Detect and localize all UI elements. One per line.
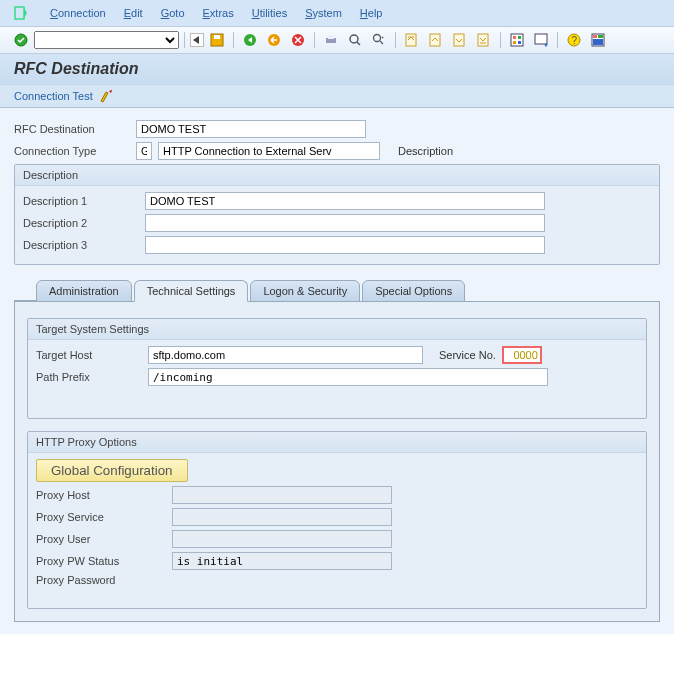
svg-text:+: + — [381, 34, 385, 40]
shortcut-icon[interactable] — [531, 31, 551, 49]
test-icon[interactable] — [99, 89, 115, 103]
svg-rect-23 — [513, 41, 516, 44]
svg-rect-24 — [518, 41, 521, 44]
svg-rect-22 — [518, 36, 521, 39]
save-icon[interactable] — [207, 31, 227, 49]
desc2-label: Description 2 — [23, 217, 139, 229]
conn-type-text-input[interactable] — [158, 142, 380, 160]
svg-rect-0 — [15, 7, 24, 19]
target-system-box: Target System Settings Target Host Servi… — [27, 318, 647, 419]
svg-rect-25 — [535, 34, 547, 44]
svg-rect-3 — [214, 35, 220, 39]
menu-edit[interactable]: Edit — [124, 7, 143, 19]
proxy-user-label: Proxy User — [36, 533, 166, 545]
menu-help[interactable]: Help — [360, 7, 383, 19]
description-box-title: Description — [15, 165, 659, 186]
svg-rect-20 — [511, 34, 523, 46]
prev-page-icon[interactable] — [426, 31, 446, 49]
menubar: Connection Edit Goto Extras Utilities Sy… — [0, 0, 674, 27]
svg-rect-14 — [406, 34, 416, 46]
target-host-input[interactable] — [148, 346, 423, 364]
tab-administration[interactable]: Administration — [36, 280, 132, 302]
content: RFC Destination Connection Type Descript… — [0, 108, 674, 634]
menu-utilities[interactable]: Utilities — [252, 7, 287, 19]
connection-test-button[interactable]: Connection Test — [14, 90, 93, 102]
toolbar: + ? — [0, 27, 674, 54]
back-dropdown-icon[interactable] — [190, 33, 204, 47]
proxy-box-title: HTTP Proxy Options — [28, 432, 646, 453]
proxy-password-label: Proxy Password — [36, 574, 166, 586]
proxy-host-label: Proxy Host — [36, 489, 166, 501]
cancel-icon[interactable] — [288, 31, 308, 49]
description-label: Description — [398, 145, 453, 157]
svg-line-10 — [357, 42, 360, 45]
global-config-button[interactable]: Global Configuration — [36, 459, 188, 482]
svg-rect-21 — [513, 36, 516, 39]
proxy-service-label: Proxy Service — [36, 511, 166, 523]
svg-rect-29 — [593, 35, 597, 38]
svg-rect-31 — [593, 39, 603, 45]
svg-point-9 — [350, 35, 358, 43]
desc3-label: Description 3 — [23, 239, 139, 251]
svg-text:?: ? — [572, 35, 578, 46]
proxy-service-input[interactable] — [172, 508, 392, 526]
menu-system[interactable]: System — [305, 7, 342, 19]
proxy-user-input[interactable] — [172, 530, 392, 548]
find-next-icon[interactable]: + — [369, 31, 389, 49]
svg-rect-8 — [328, 35, 334, 39]
svg-rect-18 — [478, 34, 488, 46]
svg-point-11 — [374, 35, 381, 42]
menu-goto[interactable]: Goto — [161, 7, 185, 19]
proxy-box: HTTP Proxy Options Global Configuration … — [27, 431, 647, 609]
svg-rect-30 — [598, 35, 603, 38]
command-field[interactable] — [34, 31, 179, 49]
proxy-pwstatus-label: Proxy PW Status — [36, 555, 166, 567]
print-icon[interactable] — [321, 31, 341, 49]
tab-special-options[interactable]: Special Options — [362, 280, 465, 302]
description-box: Description Description 1 Description 2 … — [14, 164, 660, 265]
title-area: RFC Destination — [0, 54, 674, 84]
tabpanel-technical-settings: Target System Settings Target Host Servi… — [14, 301, 660, 622]
desc2-input[interactable] — [145, 214, 545, 232]
tabstrip: Administration Technical Settings Logon … — [14, 279, 660, 301]
rfc-dest-label: RFC Destination — [14, 123, 130, 135]
menu-extras[interactable]: Extras — [203, 7, 234, 19]
desc1-input[interactable] — [145, 192, 545, 210]
target-host-label: Target Host — [36, 349, 142, 361]
layout-icon[interactable] — [588, 31, 608, 49]
service-no-label: Service No. — [439, 349, 496, 361]
svg-rect-16 — [430, 34, 440, 46]
conn-type-label: Connection Type — [14, 145, 130, 157]
tab-logon-security[interactable]: Logon & Security — [250, 280, 360, 302]
svg-rect-17 — [454, 34, 464, 46]
exit-icon[interactable] — [264, 31, 284, 49]
service-no-input[interactable] — [502, 346, 542, 364]
app-toolbar: Connection Test — [0, 84, 674, 108]
new-session-icon[interactable] — [507, 31, 527, 49]
find-icon[interactable] — [345, 31, 365, 49]
conn-type-code-input[interactable] — [136, 142, 152, 160]
last-page-icon[interactable] — [474, 31, 494, 49]
first-page-icon[interactable] — [402, 31, 422, 49]
menu-connection[interactable]: Connection — [50, 7, 106, 19]
desc3-input[interactable] — [145, 236, 545, 254]
tab-technical-settings[interactable]: Technical Settings — [134, 280, 249, 302]
next-page-icon[interactable] — [450, 31, 470, 49]
path-prefix-label: Path Prefix — [36, 371, 142, 383]
proxy-pwstatus-input — [172, 552, 392, 570]
help-icon[interactable]: ? — [564, 31, 584, 49]
app-menu-icon[interactable] — [11, 4, 31, 22]
desc1-label: Description 1 — [23, 195, 139, 207]
target-system-title: Target System Settings — [28, 319, 646, 340]
back-icon[interactable] — [240, 31, 260, 49]
svg-line-12 — [380, 41, 383, 44]
page-title: RFC Destination — [14, 60, 660, 78]
enter-icon[interactable] — [11, 31, 31, 49]
path-prefix-input[interactable] — [148, 368, 548, 386]
rfc-destination-input[interactable] — [136, 120, 366, 138]
proxy-host-input[interactable] — [172, 486, 392, 504]
